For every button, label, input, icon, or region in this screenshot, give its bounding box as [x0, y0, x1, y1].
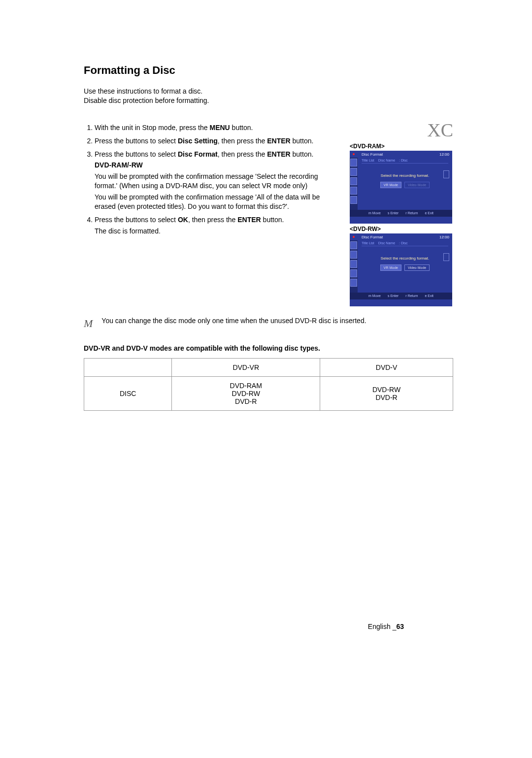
- osd-rw-label: <DVD-RW>: [350, 226, 453, 232]
- step3-disc-format: Disc Format: [178, 150, 218, 158]
- page-heading: Formatting a Disc: [84, 64, 453, 77]
- osd-foot-enter: s Enter: [388, 211, 399, 215]
- step1-menu: MENU: [209, 124, 230, 132]
- footer-lang: English _: [368, 623, 397, 630]
- sidebar-icon: [350, 241, 357, 249]
- step-3: Press the buttons to select Disc Format,…: [95, 150, 342, 211]
- step4-text-e: button.: [261, 216, 284, 224]
- osd-page-indicator: [443, 170, 449, 178]
- table-header-blank: [84, 359, 172, 377]
- step-2: Press the buttons to select Disc Setting…: [95, 136, 342, 146]
- note-icon: M: [84, 316, 93, 331]
- osd-prompt-ram: Select the recording format.: [362, 173, 448, 178]
- osd-tab-name: Disc Name: [378, 241, 395, 245]
- osd-foot-move: m Move: [368, 294, 381, 297]
- sidebar-icon: [350, 251, 357, 259]
- record-dot-icon: [353, 236, 355, 238]
- note-block: M You can change the disc mode only one …: [84, 316, 453, 331]
- osd-prompt-rw: Select the recording format.: [362, 256, 448, 261]
- table-cell-v-discs: DVD-RW DVD-R: [320, 377, 453, 411]
- sidebar-icon: [350, 196, 357, 204]
- intro-line2: Disable disc protection before formattin…: [84, 97, 209, 104]
- step4-text-a: Press the buttons to select: [95, 216, 178, 224]
- osd-time-ram: 12:00: [439, 152, 449, 157]
- sidebar-icon: [350, 269, 357, 277]
- osd-vr-mode-btn: VR Mode: [380, 182, 401, 188]
- record-dot-icon: [353, 153, 355, 155]
- osd-video-mode-btn: Video Mode: [404, 264, 430, 271]
- step1-text-a: With the unit in Stop mode, press the: [95, 124, 209, 132]
- osd-panel-rw: Disc Format 12:00 Title List Disc: [350, 233, 452, 306]
- footer-page-number: 63: [396, 623, 404, 630]
- sidebar-icon: [350, 279, 357, 287]
- step-4: Press the buttons to select OK, then pre…: [95, 215, 342, 236]
- osd-ram-label: <DVD-RAM>: [350, 143, 453, 150]
- step4-enter: ENTER: [237, 216, 261, 224]
- step4-ok: OK: [178, 216, 188, 224]
- step3-sub-p1: You will be prompted with the confirmati…: [95, 172, 342, 191]
- step3-subtitle: DVD-RAM/-RW: [95, 161, 342, 170]
- step2-text-a: Press the buttons to select: [95, 137, 178, 145]
- sidebar-icon: [350, 168, 357, 176]
- osd-foot-exit: e Exit: [425, 294, 433, 297]
- osd-foot-return: r Return: [405, 294, 418, 297]
- osd-sidebar: [350, 240, 358, 293]
- osd-foot-exit: e Exit: [425, 211, 433, 215]
- osd-page-indicator: [443, 253, 449, 261]
- osd-tab-name: Disc Name: [378, 159, 395, 162]
- step2-disc-setting: Disc Setting: [178, 137, 218, 145]
- table-row-label-disc: DISC: [84, 377, 172, 411]
- step1-text-c: button.: [230, 124, 253, 132]
- compatibility-badge: XC: [350, 119, 453, 141]
- intro-text: Use these instructions to format a disc.…: [84, 87, 453, 105]
- step-1: With the unit in Stop mode, press the ME…: [95, 123, 342, 132]
- step3-enter: ENTER: [267, 150, 290, 158]
- osd-title-ram: Disc Format: [362, 152, 383, 157]
- osd-sidebar: [350, 158, 358, 210]
- osd-tab-title: Title List: [362, 159, 374, 162]
- osd-foot-move: m Move: [368, 211, 381, 215]
- step2-enter: ENTER: [267, 137, 290, 145]
- step3-text-e: button.: [291, 150, 314, 158]
- osd-video-mode-btn-dim: Video Mode: [404, 182, 430, 188]
- page-footer: English _63: [368, 623, 404, 630]
- osd-tab-disc: : Disc: [399, 159, 408, 162]
- intro-line1: Use these instructions to format a disc.: [84, 87, 202, 95]
- table-caption: DVD-VR and DVD-V modes are compatible wi…: [84, 344, 453, 352]
- osd-panel-ram: Disc Format 12:00 Title List Disc: [350, 151, 452, 224]
- osd-foot-enter: s Enter: [388, 294, 399, 297]
- table-header-dvdvr: DVD-VR: [172, 359, 320, 377]
- step2-text-c: , then press the: [218, 137, 267, 145]
- sidebar-icon: [350, 260, 357, 268]
- osd-time-rw: 12:00: [439, 235, 449, 239]
- sidebar-icon: [350, 177, 357, 185]
- osd-tab-title: Title List: [362, 241, 374, 245]
- step4-text-c: , then press the: [188, 216, 237, 224]
- step2-text-e: button.: [291, 137, 314, 145]
- osd-foot-return: r Return: [405, 211, 418, 215]
- sidebar-icon: [350, 187, 357, 195]
- step4-sub: The disc is formatted.: [95, 227, 342, 236]
- step3-text-a: Press the buttons to select: [95, 150, 178, 158]
- step3-sub-p2: You will be prompted with the confirmati…: [95, 193, 342, 211]
- osd-title-rw: Disc Format: [362, 235, 383, 239]
- step3-text-c: , then press the: [218, 150, 267, 158]
- sidebar-icon: [350, 159, 357, 166]
- note-text: You can change the disc mode only one ti…: [101, 316, 453, 331]
- table-header-dvdv: DVD-V: [320, 359, 453, 377]
- osd-tab-disc: : Disc: [399, 241, 408, 245]
- table-cell-vr-discs: DVD-RAM DVD-RW DVD-R: [172, 377, 320, 411]
- compatibility-table: DVD-VR DVD-V DISC DVD-RAM DVD-RW DVD-R D…: [84, 358, 453, 411]
- osd-vr-mode-btn: VR Mode: [380, 264, 401, 271]
